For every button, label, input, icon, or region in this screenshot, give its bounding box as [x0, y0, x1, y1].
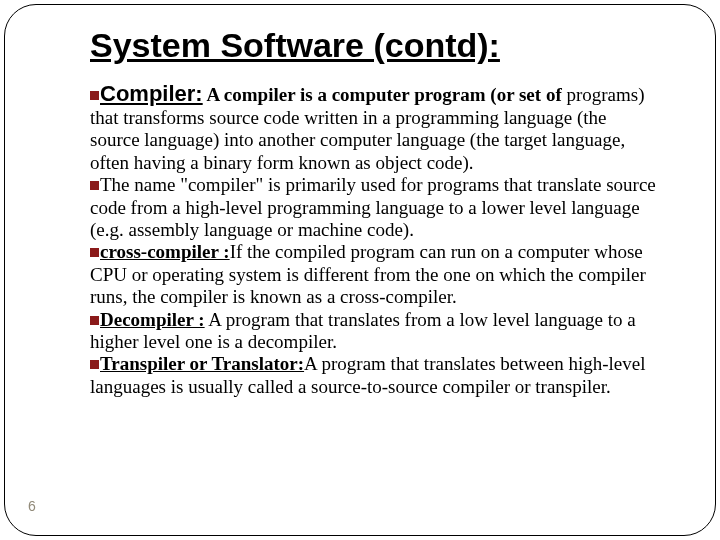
slide-title: System Software (contd): — [90, 26, 660, 65]
compiler-name-text: The name "compiler" is primarily used fo… — [90, 174, 656, 240]
compiler-lead: A compiler is a computer program (or set… — [203, 84, 562, 105]
slide-body: Compiler: A compiler is a computer progr… — [90, 81, 660, 398]
term-transpiler: Transpiler or Translator: — [100, 353, 304, 374]
bullet-icon — [90, 360, 99, 369]
slide: System Software (contd): Compiler: A com… — [0, 0, 720, 540]
bullet-icon — [90, 248, 99, 257]
page-number: 6 — [28, 498, 36, 514]
term-decompiler: Decompiler : — [100, 309, 205, 330]
term-cross-compiler: cross-compiler : — [100, 241, 230, 262]
bullet-icon — [90, 91, 99, 100]
bullet-icon — [90, 316, 99, 325]
term-compiler: Compiler: — [100, 81, 203, 106]
bullet-icon — [90, 181, 99, 190]
